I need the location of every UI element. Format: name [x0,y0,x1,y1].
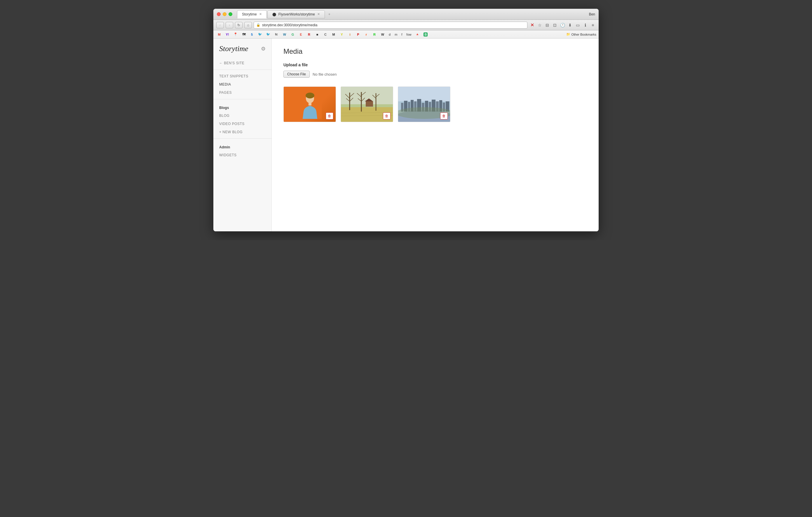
no-file-text: No file chosen [313,72,337,77]
bookmark-5[interactable]: 5 [249,32,255,37]
bookmark-fow[interactable]: fow [405,32,413,37]
reload-button[interactable]: ↻ [235,22,242,28]
bookmark-wp[interactable]: W [281,32,288,37]
bookmark-green[interactable]: G [289,32,296,37]
bookmark-twitter1[interactable]: 🐦 [257,32,264,37]
tab-close-github[interactable]: ✕ [317,12,320,16]
media-item-1: 🗑 [283,86,336,122]
bookmark-p[interactable]: P [355,32,361,37]
bookmark-r[interactable]: R [306,32,313,37]
bookmark-robinhood[interactable]: R [371,32,378,37]
tc-icon: tc [274,32,279,36]
bookmark-reddit[interactable]: r [363,32,370,37]
home-button[interactable]: ⌂ [244,22,252,28]
sidebar-item-media[interactable]: MEDIA [213,80,271,88]
bookmark-yahoo[interactable]: Y! [224,32,231,37]
bookmark-f[interactable]: f [400,32,404,37]
bookmark-tc[interactable]: tc [273,32,280,37]
m-small-icon: M [331,32,336,36]
admin-section-header: Admin [213,141,271,151]
p-icon: P [356,32,360,36]
bookmark-twitter2[interactable]: 🐦 [265,32,272,37]
traffic-lights [217,12,232,16]
sidebar-item-bens-site[interactable]: BEN'S SITE [213,59,271,67]
b-icon: B [424,32,428,36]
bookmark-w[interactable]: W [379,32,386,37]
media-delete-button-3[interactable]: 🗑 [440,112,448,119]
lock-icon: 🔒 [256,23,260,27]
tab-github[interactable]: ⬤ FlyoverWorks/storytime ✕ [267,10,325,19]
r-icon: R [307,32,311,36]
tab-close-storytime[interactable]: ✕ [259,12,262,16]
blogs-section-header: Blogs [213,102,271,112]
stop-icon[interactable]: ✕ [529,22,535,28]
gmail-icon: M [217,32,221,36]
d-label: d [389,33,390,36]
bookmark-black[interactable]: ■ [314,32,321,37]
minimize-button[interactable] [223,12,227,16]
clock-icon[interactable]: 🕐 [559,22,566,28]
twitter2-icon: 🐦 [266,32,270,36]
forward-button[interactable]: › [226,22,233,28]
fow-label: fow [406,33,411,36]
bookmark-folio[interactable]: 🔺 [414,32,421,37]
layers-icon[interactable]: ⊟ [544,22,550,28]
sidebar-item-blog[interactable]: BLOG [213,112,271,120]
choose-file-button[interactable]: Choose File [283,71,310,78]
other-bookmarks-label: Other Bookmarks [571,33,596,36]
tab-storytime[interactable]: Storytime ✕ [237,10,267,19]
bookmark-gmail[interactable]: M [216,32,223,37]
browser-user: Ben [589,12,595,16]
app-layout: Storytime ⚙ BEN'S SITE TEXT SNIPPETS MED… [213,38,599,232]
star-icon[interactable]: ☆ [537,22,543,28]
download-icon[interactable]: ⬇ [567,22,573,28]
sidebar-item-text-snippets[interactable]: TEXT SNIPPETS [213,72,271,80]
media-delete-button-2[interactable]: 🗑 [383,112,390,119]
bookmark-e[interactable]: E [297,32,304,37]
close-button[interactable] [217,12,221,16]
window-icon[interactable]: ⊡ [552,22,558,28]
sidebar-item-new-blog[interactable]: NEW BLOG [213,128,271,136]
bookmark-m[interactable]: m [393,32,399,37]
bookmark-y[interactable]: Y [338,32,345,37]
folio-icon: 🔺 [415,32,419,36]
upload-heading: Upload a file [283,62,587,67]
bookmark-d[interactable]: d [387,32,392,37]
nav-divider-2 [213,99,271,99]
bookmark-c[interactable]: C [322,32,329,37]
tab-storytime-label: Storytime [242,12,257,16]
green-icon: G [291,32,295,36]
maximize-button[interactable] [229,12,232,16]
media-delete-button-1[interactable]: 🗑 [326,112,333,119]
new-tab-button[interactable]: + [325,10,333,19]
twitter1-icon: 🐦 [258,32,262,36]
browser-tabs: Storytime ✕ ⬤ FlyoverWorks/storytime ✕ + [237,10,589,19]
back-button[interactable]: ‹ [216,22,224,28]
tab-github-label: FlyoverWorks/storytime [279,12,315,16]
bookmark-maps[interactable]: 📍 [232,32,239,37]
media-grid: 🗑 [283,86,587,122]
settings-icon[interactable]: ⚙ [261,46,266,52]
sidebar-item-pages[interactable]: PAGES [213,88,271,97]
menu-icon[interactable]: ≡ [590,22,596,28]
cast-icon[interactable]: ▭ [575,22,581,28]
sidebar-item-video-posts[interactable]: VIDEO POSTS [213,120,271,128]
browser-window: Storytime ✕ ⬤ FlyoverWorks/storytime ✕ +… [213,9,599,232]
bookmark-i[interactable]: i [346,32,353,37]
f-label: f [401,33,402,36]
github-icon: ⬤ [272,12,276,16]
media-item-2: 🗑 [341,86,393,122]
bookmark-b[interactable]: B [422,32,429,37]
maps2-icon: 🗺 [242,32,246,36]
bookmarks-bar: M Y! 📍 🗺 5 🐦 🐦 tc W G E [213,30,599,38]
other-bookmarks[interactable]: 📁 Other Bookmarks [566,32,596,36]
address-bar[interactable]: 🔒 storytime.dev:3000/storytime/media [254,22,527,29]
sidebar-nav: BEN'S SITE TEXT SNIPPETS MEDIA PAGES Blo… [213,59,271,159]
file-input-row: Choose File No file chosen [283,71,587,78]
bookmark-m-small[interactable]: M [330,32,337,37]
bookmark-maps2[interactable]: 🗺 [240,32,247,37]
sidebar-item-widgets[interactable]: WIDGETS [213,151,271,159]
info-icon[interactable]: ℹ [582,22,588,28]
toolbar-icons: ✕ ☆ ⊟ ⊡ 🕐 ⬇ ▭ ℹ ≡ [529,22,596,28]
maps-icon: 📍 [233,32,238,36]
